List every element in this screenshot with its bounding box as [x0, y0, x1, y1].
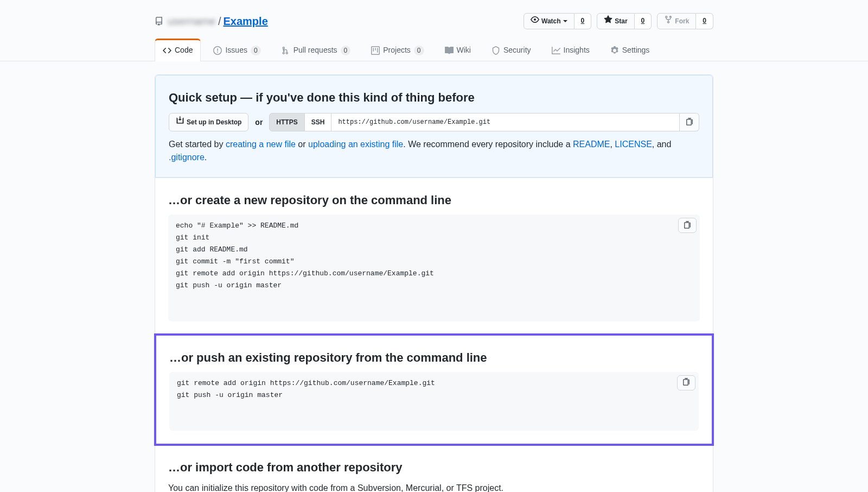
ssh-toggle[interactable]: SSH	[305, 113, 332, 131]
or-text: or	[255, 117, 263, 128]
copy-push-code-button[interactable]	[677, 375, 695, 390]
import-desc: You can initialize this repository with …	[168, 482, 700, 492]
quick-setup-panel: Quick setup — if you've done this kind o…	[155, 75, 713, 178]
push-repo-section: …or push an existing repository from the…	[154, 333, 714, 446]
repo-owner-link[interactable]: username	[168, 13, 216, 29]
tab-issues[interactable]: Issues 0	[205, 39, 269, 61]
import-title: …or import code from another repository	[168, 458, 700, 476]
projects-count: 0	[414, 46, 424, 55]
eye-icon	[531, 15, 539, 27]
quick-setup-title: Quick setup — if you've done this kind o…	[169, 89, 699, 106]
shield-icon	[492, 46, 500, 55]
tab-code[interactable]: Code	[155, 39, 201, 61]
clippy-icon	[683, 220, 692, 231]
tab-pulls[interactable]: Pull requests 0	[273, 39, 359, 61]
tab-security-label: Security	[503, 45, 531, 56]
repo-title: username / Example	[155, 13, 268, 29]
create-repo-title: …or create a new repository on the comma…	[168, 191, 700, 209]
https-toggle[interactable]: HTTPS	[269, 113, 304, 131]
star-button[interactable]: Star	[597, 13, 634, 29]
repo-path-separator: /	[216, 13, 224, 29]
tab-insights-label: Insights	[564, 45, 590, 56]
repo-icon	[155, 17, 163, 26]
create-repo-section: …or create a new repository on the comma…	[155, 178, 713, 335]
import-section: …or import code from another repository …	[155, 445, 713, 492]
fork-label: Fork	[675, 16, 689, 27]
license-link[interactable]: LICENSE	[615, 140, 652, 149]
gear-icon	[610, 46, 619, 55]
create-repo-code[interactable]: echo "# Example" >> README.md git init g…	[168, 215, 700, 321]
pulls-count: 0	[341, 46, 351, 55]
clone-url-input[interactable]	[331, 113, 680, 131]
fork-button[interactable]: Fork	[657, 13, 696, 29]
star-count[interactable]: 0	[635, 13, 652, 29]
project-icon	[371, 46, 380, 55]
watch-button[interactable]: Watch	[524, 13, 575, 29]
star-icon	[604, 15, 612, 27]
pull-request-icon	[282, 46, 290, 55]
code-icon	[163, 46, 171, 55]
watch-count[interactable]: 0	[575, 13, 592, 29]
graph-icon	[552, 46, 560, 55]
copy-url-button[interactable]	[680, 113, 699, 131]
tab-security[interactable]: Security	[483, 39, 539, 61]
quick-setup-help: Get started by creating a new file or up…	[169, 138, 699, 164]
create-new-file-link[interactable]: creating a new file	[226, 140, 296, 149]
book-icon	[445, 46, 454, 55]
clippy-icon	[685, 117, 694, 128]
tab-wiki-label: Wiki	[457, 45, 471, 56]
issues-count: 0	[251, 46, 261, 55]
fork-count[interactable]: 0	[696, 13, 713, 29]
fork-icon	[664, 15, 673, 27]
upload-file-link[interactable]: uploading an existing file	[308, 140, 403, 149]
tab-insights[interactable]: Insights	[544, 39, 598, 61]
tab-settings-label: Settings	[622, 45, 650, 56]
tab-wiki[interactable]: Wiki	[437, 39, 479, 61]
readme-link[interactable]: README	[573, 140, 610, 149]
push-repo-code[interactable]: git remote add origin https://github.com…	[169, 372, 699, 431]
repo-name-link[interactable]: Example	[224, 13, 268, 29]
gitignore-link[interactable]: .gitignore	[169, 153, 205, 162]
setup-in-desktop-button[interactable]: Set up in Desktop	[169, 113, 248, 131]
desktop-label: Set up in Desktop	[187, 117, 241, 128]
tab-code-label: Code	[175, 45, 193, 56]
tab-projects[interactable]: Projects 0	[363, 39, 432, 61]
caret-down-icon	[563, 20, 567, 22]
star-label: Star	[615, 16, 627, 27]
tab-settings[interactable]: Settings	[602, 39, 658, 61]
clippy-icon	[682, 377, 691, 388]
desktop-download-icon	[176, 116, 184, 128]
push-repo-title: …or push an existing repository from the…	[169, 349, 699, 367]
tab-pulls-label: Pull requests	[293, 45, 337, 56]
tab-issues-label: Issues	[225, 45, 247, 56]
watch-label: Watch	[541, 16, 561, 27]
tab-projects-label: Projects	[383, 45, 411, 56]
issue-icon	[213, 46, 222, 55]
copy-create-code-button[interactable]	[678, 218, 697, 233]
